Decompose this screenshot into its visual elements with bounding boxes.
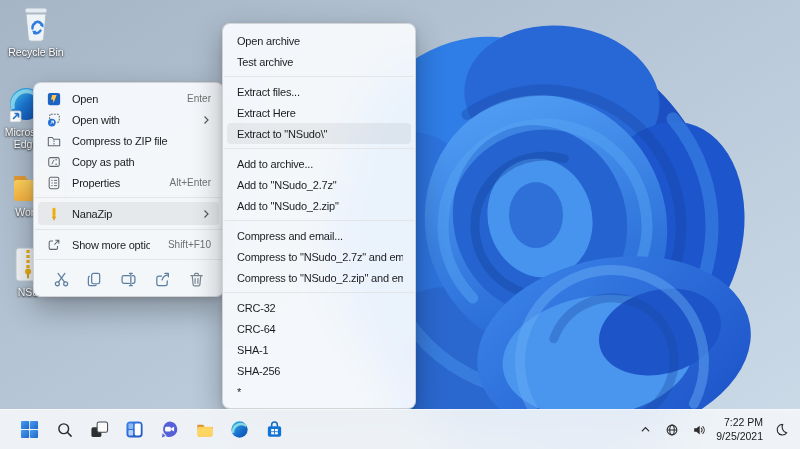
submenu-item-compress-7z-email[interactable]: Compress to "NSudo_2.7z" and email xyxy=(227,246,411,267)
submenu-item-crc64[interactable]: CRC-64 xyxy=(227,318,411,339)
menu-item-label: Open xyxy=(72,93,169,105)
menu-item-label: Compress to ZIP file xyxy=(72,135,211,147)
copy-path-icon xyxy=(46,154,62,170)
task-view-button[interactable] xyxy=(86,416,113,443)
menu-item-shortcut: Alt+Enter xyxy=(170,177,211,188)
menu-item-copy-as-path[interactable]: Copy as path xyxy=(38,151,219,172)
submenu-item-sha1[interactable]: SHA-1 xyxy=(227,339,411,360)
menu-item-show-more-options[interactable]: Show more options Shift+F10 xyxy=(38,234,219,255)
submenu-item-label: Test archive xyxy=(237,56,403,68)
desktop-icon-label: Recycle Bin xyxy=(8,46,63,58)
context-menu: Open Enter Open with Compress to ZIP fil… xyxy=(33,82,224,297)
tray-time: 7:22 PM xyxy=(716,416,763,430)
submenu-item-label: Compress and email... xyxy=(237,230,403,242)
cut-icon[interactable] xyxy=(48,267,74,291)
menu-separator xyxy=(35,259,222,260)
zip-folder-icon xyxy=(46,133,62,149)
submenu-item-crc32[interactable]: CRC-32 xyxy=(227,297,411,318)
focus-assist-moon-icon[interactable] xyxy=(770,416,792,443)
open-with-icon xyxy=(46,112,62,128)
tray-chevron-up-icon[interactable] xyxy=(635,416,655,443)
menu-item-compress-zip[interactable]: Compress to ZIP file xyxy=(38,130,219,151)
menu-item-label: Properties xyxy=(72,177,152,189)
submenu-item-extract-here[interactable]: Extract Here xyxy=(227,102,411,123)
menu-separator xyxy=(35,229,222,230)
tray-date: 9/25/2021 xyxy=(716,430,763,444)
share-icon[interactable] xyxy=(149,267,175,291)
submenu-item-sha256[interactable]: SHA-256 xyxy=(227,360,411,381)
nanazip-submenu: Open archive Test archive Extract files.… xyxy=(222,23,416,409)
desktop: Recycle Bin Microsoft Edge xyxy=(0,0,800,449)
menu-separator xyxy=(35,197,222,198)
menu-item-label: Copy as path xyxy=(72,156,211,168)
file-explorer-button[interactable] xyxy=(191,416,218,443)
menu-separator xyxy=(224,76,414,77)
submenu-item-label: * xyxy=(237,386,403,398)
submenu-item-add-to-archive[interactable]: Add to archive... xyxy=(227,153,411,174)
submenu-item-label: Extract Here xyxy=(237,107,403,119)
taskbar: 7:22 PM 9/25/2021 xyxy=(0,409,800,449)
submenu-item-label: CRC-32 xyxy=(237,302,403,314)
submenu-item-label: Add to "NSudo_2.zip" xyxy=(237,200,403,212)
menu-item-open-with[interactable]: Open with xyxy=(38,109,219,130)
submenu-item-label: Compress to "NSudo_2.zip" and email xyxy=(237,272,403,284)
menu-separator xyxy=(224,220,414,221)
menu-item-shortcut: Shift+F10 xyxy=(168,239,211,250)
chat-button[interactable] xyxy=(156,416,183,443)
rename-icon[interactable] xyxy=(116,267,142,291)
submenu-item-label: SHA-256 xyxy=(237,365,403,377)
system-tray: 7:22 PM 9/25/2021 xyxy=(635,410,792,449)
submenu-item-test-archive[interactable]: Test archive xyxy=(227,51,411,72)
submenu-item-label: CRC-64 xyxy=(237,323,403,335)
network-globe-icon[interactable] xyxy=(662,416,682,443)
speaker-icon[interactable] xyxy=(689,416,709,443)
properties-icon xyxy=(46,175,62,191)
start-button[interactable] xyxy=(16,416,43,443)
edge-button[interactable] xyxy=(226,416,253,443)
nanazip-icon xyxy=(46,206,62,222)
search-button[interactable] xyxy=(51,416,78,443)
menu-item-shortcut: Enter xyxy=(187,93,211,104)
menu-item-label: NanaZip xyxy=(72,208,183,220)
taskbar-buttons xyxy=(16,410,288,449)
taskbar-clock[interactable]: 7:22 PM 9/25/2021 xyxy=(716,416,763,443)
recycle-bin-icon xyxy=(18,6,54,44)
menu-item-properties[interactable]: Properties Alt+Enter xyxy=(38,172,219,193)
delete-icon[interactable] xyxy=(183,267,209,291)
submenu-item-star[interactable]: * xyxy=(227,381,411,402)
copy-icon[interactable] xyxy=(82,267,108,291)
submenu-item-open-archive[interactable]: Open archive xyxy=(227,30,411,51)
submenu-item-add-to-7z[interactable]: Add to "NSudo_2.7z" xyxy=(227,174,411,195)
nsudo-app-icon xyxy=(46,91,62,107)
menu-separator xyxy=(224,292,414,293)
submenu-item-compress-zip-email[interactable]: Compress to "NSudo_2.zip" and email xyxy=(227,267,411,288)
submenu-item-label: Compress to "NSudo_2.7z" and email xyxy=(237,251,403,263)
submenu-item-label: Extract files... xyxy=(237,86,403,98)
menu-item-nanazip[interactable]: NanaZip xyxy=(38,202,219,225)
submenu-item-compress-email[interactable]: Compress and email... xyxy=(227,225,411,246)
chevron-right-icon xyxy=(201,209,211,219)
menu-item-open[interactable]: Open Enter xyxy=(38,88,219,109)
submenu-item-add-to-zip[interactable]: Add to "NSudo_2.zip" xyxy=(227,195,411,216)
store-button[interactable] xyxy=(261,416,288,443)
submenu-item-extract-files[interactable]: Extract files... xyxy=(227,81,411,102)
submenu-item-label: Add to "NSudo_2.7z" xyxy=(237,179,403,191)
submenu-item-label: Add to archive... xyxy=(237,158,403,170)
menu-item-label: Open with xyxy=(72,114,183,126)
submenu-item-label: Extract to "NSudo\" xyxy=(237,128,403,140)
widgets-button[interactable] xyxy=(121,416,148,443)
submenu-item-label: Open archive xyxy=(237,35,403,47)
desktop-icon-recycle-bin[interactable]: Recycle Bin xyxy=(4,6,68,58)
menu-item-label: Show more options xyxy=(72,239,150,251)
show-more-options-icon xyxy=(46,237,62,253)
menu-separator xyxy=(224,148,414,149)
quick-action-row xyxy=(34,264,223,293)
submenu-item-label: SHA-1 xyxy=(237,344,403,356)
submenu-item-extract-to[interactable]: Extract to "NSudo\" xyxy=(227,123,411,144)
chevron-right-icon xyxy=(201,115,211,125)
